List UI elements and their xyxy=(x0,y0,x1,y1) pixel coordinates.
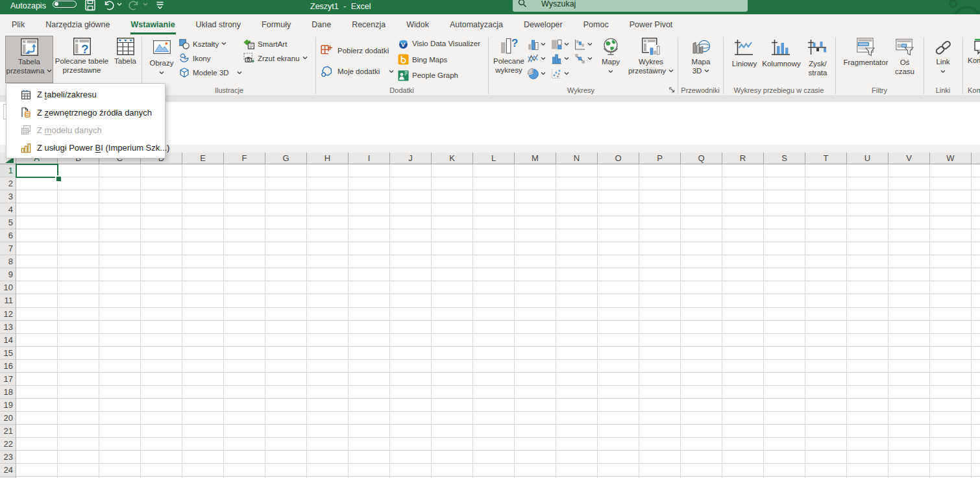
smartart-button[interactable]: SmartArt xyxy=(243,38,287,51)
pivottable-button[interactable]: Tabela przestawna xyxy=(5,36,53,83)
column-header-k[interactable]: K xyxy=(432,153,473,164)
row-header-17[interactable]: 17 xyxy=(0,373,16,386)
column-header-j[interactable]: J xyxy=(390,153,432,164)
undo-icon[interactable] xyxy=(103,0,114,11)
insert-column-chart-button[interactable] xyxy=(528,38,547,51)
column-header-q[interactable]: Q xyxy=(681,153,722,164)
models-3d-button[interactable]: Modele 3D xyxy=(179,66,242,79)
recommended-pivottables-button[interactable]: ? Polecane tabele przestawne xyxy=(55,36,109,83)
recommended-charts-button[interactable]: ? Polecane wykresy xyxy=(493,36,524,83)
icons-button[interactable]: Ikony xyxy=(179,52,211,65)
row-header-16[interactable]: 16 xyxy=(0,360,16,373)
row-header-5[interactable]: 5 xyxy=(0,216,16,229)
column-header-m[interactable]: M xyxy=(515,153,556,164)
insert-scatter-chart-button[interactable] xyxy=(551,67,570,80)
row-header-14[interactable]: 14 xyxy=(0,334,16,347)
row-header-7[interactable]: 7 xyxy=(0,242,16,255)
row-header-23[interactable]: 23 xyxy=(0,451,16,464)
column-header-i[interactable]: I xyxy=(349,153,390,164)
row-header-8[interactable]: 8 xyxy=(0,255,16,268)
bing-maps-button[interactable]: Bing Maps xyxy=(398,53,447,66)
row-header-13[interactable]: 13 xyxy=(0,321,16,334)
column-header-n[interactable]: N xyxy=(556,153,598,164)
menu-item-from-table-range[interactable]: Z tabeli/zakresu xyxy=(6,86,165,103)
people-graph-button[interactable]: People Graph xyxy=(398,69,458,82)
my-addins-button[interactable]: Moje dodatki xyxy=(321,65,394,78)
link-button[interactable]: Link xyxy=(930,36,956,83)
save-icon[interactable] xyxy=(85,0,95,11)
map-3d-button[interactable]: Mapa 3D xyxy=(681,36,720,83)
sparkline-winloss-button[interactable]: Zysk/ strata xyxy=(803,36,832,83)
column-header-r[interactable]: R xyxy=(722,153,764,164)
column-header-h[interactable]: H xyxy=(307,153,349,164)
row-header-11[interactable]: 11 xyxy=(0,294,16,307)
tab-narz-dzia-g-wne[interactable]: Narzędzia główne xyxy=(35,14,120,34)
menu-item-from-power-bi[interactable]: Z usługi Power BI (Imperium Szk...) xyxy=(6,139,165,157)
column-header-o[interactable]: O xyxy=(598,153,639,164)
row-header-22[interactable]: 22 xyxy=(0,438,16,451)
row-header-15[interactable]: 15 xyxy=(0,347,16,360)
get-addins-button[interactable]: Pobierz dodatki xyxy=(321,44,389,57)
column-header-v[interactable]: V xyxy=(888,153,930,164)
tab-power-pivot[interactable]: Power Pivot xyxy=(619,14,683,34)
undo-dropdown-icon[interactable] xyxy=(117,3,122,6)
row-header-1[interactable]: 1 xyxy=(0,164,16,177)
row-header-12[interactable]: 12 xyxy=(0,308,16,321)
insert-waterfall-chart-button[interactable] xyxy=(574,38,594,51)
row-header-19[interactable]: 19 xyxy=(0,399,16,412)
row-header-4[interactable]: 4 xyxy=(0,203,16,216)
row-header-9[interactable]: 9 xyxy=(0,268,16,281)
column-header-l[interactable]: L xyxy=(473,153,515,164)
row-header-6[interactable]: 6 xyxy=(0,229,16,242)
row-header-21[interactable]: 21 xyxy=(0,425,16,438)
visio-data-visualizer-button[interactable]: V Visio Data Visualizer xyxy=(398,37,480,50)
timeline-button[interactable]: Oś czasu xyxy=(890,36,919,83)
selected-cell-a1[interactable] xyxy=(16,164,58,178)
column-header-p[interactable]: P xyxy=(639,153,681,164)
autosave-toggle[interactable] xyxy=(53,1,77,8)
pictures-button[interactable]: Obrazy xyxy=(145,36,178,83)
insert-line-chart-button[interactable] xyxy=(528,52,547,65)
maps-button[interactable]: Mapy xyxy=(596,36,626,83)
comment-button[interactable]: Kom xyxy=(968,36,980,83)
cells-area[interactable] xyxy=(16,164,980,478)
insert-hierarchy-chart-button[interactable] xyxy=(551,38,570,51)
sparkline-line-button[interactable]: Liniowy xyxy=(729,36,759,83)
tab-deweloper[interactable]: Deweloper xyxy=(513,14,573,34)
tab-automatyzacja[interactable]: Automatyzacja xyxy=(439,14,513,34)
column-header-e[interactable]: E xyxy=(182,153,224,164)
tab-plik[interactable]: Plik xyxy=(1,14,35,34)
column-header-t[interactable]: T xyxy=(805,153,847,164)
column-header-u[interactable]: U xyxy=(847,153,888,164)
table-button[interactable]: Tabela xyxy=(110,36,140,83)
insert-pie-chart-button[interactable] xyxy=(528,67,547,80)
shapes-button[interactable]: Kształty xyxy=(179,38,227,51)
tab-dane[interactable]: Dane xyxy=(301,14,341,34)
account-avatar[interactable] xyxy=(941,0,980,14)
row-header-24[interactable]: 24 xyxy=(0,464,16,477)
row-header-10[interactable]: 10 xyxy=(0,281,16,294)
row-header-18[interactable]: 18 xyxy=(0,386,16,399)
sheet-grid[interactable]: 123456789101112131415161718192021222324 xyxy=(0,164,980,478)
menu-item-from-external-source[interactable]: Z zewnętrznego źródła danych xyxy=(6,103,165,121)
tab-widok[interactable]: Widok xyxy=(396,14,439,34)
customize-quick-access-icon[interactable] xyxy=(156,1,164,9)
tab-uk-ad-strony[interactable]: Układ strony xyxy=(186,14,251,34)
column-header-w[interactable]: W xyxy=(930,153,972,164)
sparkline-column-button[interactable]: Kolumnowy xyxy=(761,36,802,83)
tab-recenzja[interactable]: Recenzja xyxy=(341,14,396,34)
row-header-20[interactable]: 20 xyxy=(0,412,16,425)
tab-wstawianie[interactable]: Wstawianie xyxy=(121,14,186,34)
tab-pomoc[interactable]: Pomoc xyxy=(573,14,619,34)
search-box[interactable]: Wyszukaj xyxy=(513,0,748,12)
insert-statistic-chart-button[interactable] xyxy=(551,52,570,65)
row-header-2[interactable]: 2 xyxy=(0,177,16,190)
slicer-button[interactable]: Fragmentator xyxy=(841,36,890,83)
tab-formu-y[interactable]: Formuły xyxy=(251,14,301,34)
column-header-f[interactable]: F xyxy=(224,153,265,164)
pivotchart-button[interactable]: Wykres przestawny xyxy=(627,36,675,83)
column-header-s[interactable]: S xyxy=(764,153,805,164)
charts-dialog-launcher-icon[interactable] xyxy=(668,86,676,94)
row-header-3[interactable]: 3 xyxy=(0,190,16,203)
screenshot-button[interactable]: Zrzut ekranu xyxy=(243,52,308,65)
